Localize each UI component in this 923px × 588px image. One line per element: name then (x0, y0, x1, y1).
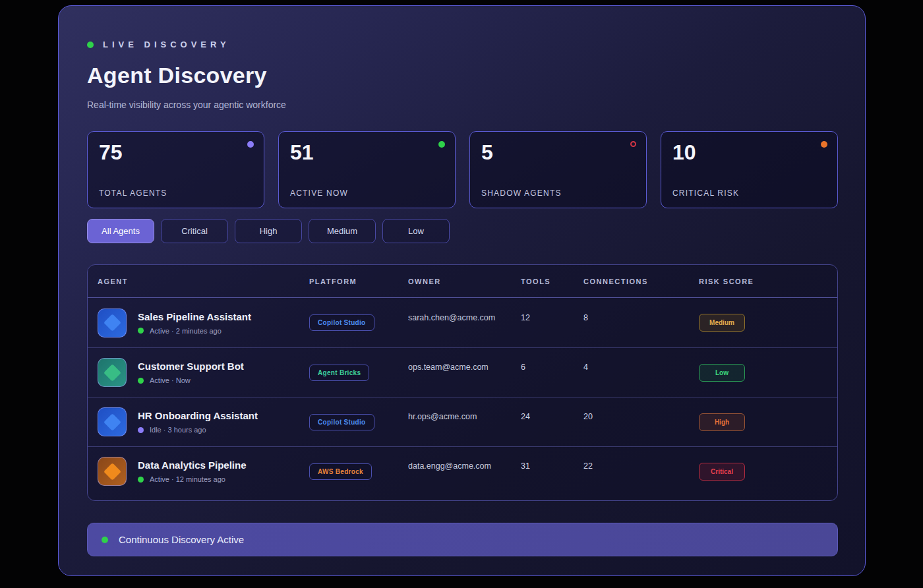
diamond-icon (104, 364, 121, 382)
red-ring-icon (630, 141, 636, 147)
platform-badge: AWS Bedrock (309, 463, 372, 480)
diamond-icon (104, 413, 121, 431)
column-header-connections: CONNECTIONS (583, 278, 699, 285)
table-row[interactable]: Data Analytics Pipeline Active · 12 minu… (88, 446, 837, 496)
filter-all-agents[interactable]: All Agents (87, 219, 154, 243)
page-title: Agent Discovery (87, 63, 838, 88)
platform-badge: Copilot Studio (309, 414, 374, 430)
table-header-row: AGENT PLATFORM OWNER TOOLS CONNECTIONS R… (88, 265, 837, 298)
status-text: Active · Now (150, 376, 191, 384)
tools-count: 12 (521, 313, 583, 322)
owner-email: hr.ops@acme.com (408, 412, 521, 421)
connections-count: 22 (583, 461, 699, 471)
platform-badge: Copilot Studio (309, 314, 374, 331)
stat-label: ACTIVE NOW (290, 189, 444, 198)
status-text: Idle · 3 hours ago (150, 426, 206, 434)
risk-score-badge: Medium (699, 314, 745, 332)
table-row[interactable]: HR Onboarding Assistant Idle · 3 hours a… (88, 397, 837, 446)
agents-table: AGENT PLATFORM OWNER TOOLS CONNECTIONS R… (87, 264, 838, 501)
agent-name: Customer Support Bot (138, 361, 244, 372)
filter-critical[interactable]: Critical (161, 219, 228, 243)
stat-value: 10 (672, 140, 826, 165)
column-header-risk-score: RISK SCORE (699, 278, 827, 285)
table-row[interactable]: Customer Support Bot Active · Now Agent … (88, 347, 837, 397)
orange-dot-icon (821, 141, 827, 148)
status-dot-icon (138, 328, 144, 334)
agent-discovery-panel: LIVE DISCOVERY Agent Discovery Real-time… (58, 5, 866, 576)
stat-value: 51 (290, 140, 444, 165)
table-row[interactable]: Sales Pipeline Assistant Active · 2 minu… (88, 298, 837, 347)
diamond-icon (104, 314, 121, 332)
agent-avatar (98, 358, 127, 387)
agent-name: HR Onboarding Assistant (138, 410, 258, 421)
filter-low[interactable]: Low (382, 219, 450, 243)
risk-filter-bar: All Agents Critical High Medium Low (87, 219, 838, 243)
live-discovery-label: LIVE DISCOVERY (103, 40, 230, 49)
status-dot-icon (138, 378, 144, 384)
platform-badge: Agent Bricks (309, 365, 369, 381)
owner-email: ops.team@acme.com (408, 363, 521, 372)
continuous-discovery-label: Continuous Discovery Active (119, 534, 244, 545)
filter-medium[interactable]: Medium (309, 219, 376, 243)
column-header-platform: PLATFORM (309, 278, 408, 285)
agent-name: Data Analytics Pipeline (138, 459, 247, 471)
risk-score-badge: High (699, 413, 745, 431)
stat-value: 75 (99, 140, 253, 165)
green-dot-icon (438, 141, 445, 148)
purple-dot-icon (247, 141, 254, 148)
owner-email: sarah.chen@acme.com (408, 313, 521, 322)
risk-score-badge: Critical (699, 463, 745, 481)
agent-status: Idle · 3 hours ago (138, 426, 258, 434)
column-header-tools: TOOLS (521, 278, 583, 285)
agent-status: Active · Now (138, 376, 244, 384)
agent-name: Sales Pipeline Assistant (138, 311, 251, 322)
stat-card-critical-risk: 10 CRITICAL RISK (661, 131, 838, 208)
agent-avatar (98, 407, 127, 436)
risk-score-badge: Low (699, 364, 745, 382)
connections-count: 8 (583, 313, 699, 322)
status-dot-icon (138, 477, 144, 483)
status-dot-icon (138, 427, 144, 433)
connections-count: 20 (583, 412, 699, 421)
live-status-dot (87, 42, 94, 48)
green-dot-icon (102, 537, 108, 543)
stat-label: TOTAL AGENTS (99, 189, 253, 198)
stat-card-total-agents: 75 TOTAL AGENTS (87, 131, 264, 208)
stats-row: 75 TOTAL AGENTS 51 ACTIVE NOW 5 SHADOW A… (87, 131, 838, 208)
agent-status: Active · 2 minutes ago (138, 327, 251, 335)
diamond-icon (104, 463, 121, 481)
status-text: Active · 12 minutes ago (150, 475, 225, 483)
agent-avatar (98, 457, 127, 486)
stat-card-active-now: 51 ACTIVE NOW (278, 131, 456, 208)
stat-card-shadow-agents: 5 SHADOW AGENTS (469, 131, 647, 208)
agent-avatar (98, 309, 127, 338)
stat-value: 5 (481, 140, 635, 165)
stat-label: SHADOW AGENTS (481, 189, 635, 198)
tools-count: 24 (521, 412, 583, 421)
continuous-discovery-banner: Continuous Discovery Active (87, 523, 838, 556)
column-header-owner: OWNER (408, 278, 521, 285)
connections-count: 4 (583, 363, 699, 372)
live-discovery-badge: LIVE DISCOVERY (87, 40, 838, 49)
tools-count: 6 (521, 363, 583, 372)
tools-count: 31 (521, 461, 583, 471)
agent-status: Active · 12 minutes ago (138, 475, 247, 483)
status-text: Active · 2 minutes ago (150, 327, 222, 335)
stat-label: CRITICAL RISK (672, 189, 826, 198)
filter-high[interactable]: High (235, 219, 302, 243)
page-subtitle: Real-time visibility across your agentic… (87, 100, 838, 110)
column-header-agent: AGENT (98, 278, 309, 285)
owner-email: data.engg@acme.com (408, 461, 521, 471)
